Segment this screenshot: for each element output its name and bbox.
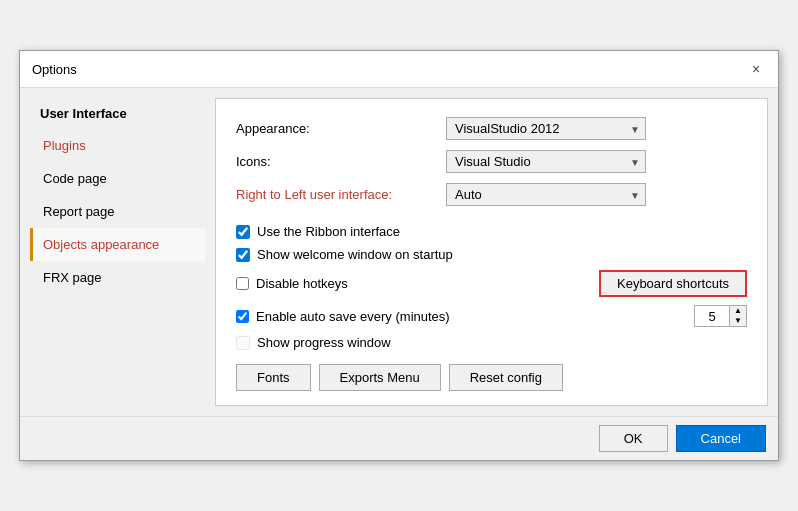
reset-config-button[interactable]: Reset config — [449, 364, 563, 391]
title-bar: Options × — [20, 51, 778, 88]
sidebar: User Interface Plugins Code page Report … — [30, 98, 205, 406]
rtl-label: Right to Left user interface: — [236, 187, 446, 202]
rtl-select[interactable]: Auto Yes No — [446, 183, 646, 206]
spinner-up-button[interactable]: ▲ — [730, 306, 746, 316]
autosave-checkbox[interactable] — [236, 310, 249, 323]
appearance-label: Appearance: — [236, 121, 446, 136]
sidebar-item-plugins[interactable]: Plugins — [30, 129, 205, 162]
disable-hotkeys-checkbox[interactable] — [236, 277, 249, 290]
autosave-input[interactable] — [694, 305, 730, 327]
ok-button[interactable]: OK — [599, 425, 668, 452]
show-welcome-checkbox[interactable] — [236, 248, 250, 262]
spinner-btn-group: ▲ ▼ — [730, 305, 747, 327]
appearance-select-wrapper: VisualStudio 2012 Office 2013 Office 201… — [446, 117, 646, 140]
autosave-row: Enable auto save every (minutes) ▲ ▼ — [236, 305, 747, 327]
show-welcome-label: Show welcome window on startup — [257, 247, 453, 262]
sidebar-item-code-page[interactable]: Code page — [30, 162, 205, 195]
show-welcome-row: Show welcome window on startup — [236, 247, 747, 262]
appearance-select[interactable]: VisualStudio 2012 Office 2013 Office 201… — [446, 117, 646, 140]
disable-hotkeys-label: Disable hotkeys — [256, 276, 348, 291]
show-progress-row: Show progress window — [236, 335, 747, 350]
show-progress-checkbox — [236, 336, 250, 350]
appearance-row: Appearance: VisualStudio 2012 Office 201… — [236, 117, 747, 140]
icons-select[interactable]: Visual Studio Office Default — [446, 150, 646, 173]
autosave-label: Enable auto save every (minutes) — [256, 309, 450, 324]
icons-select-wrapper: Visual Studio Office Default ▼ — [446, 150, 646, 173]
rtl-row: Right to Left user interface: Auto Yes N… — [236, 183, 747, 206]
spinner-down-button[interactable]: ▼ — [730, 316, 746, 326]
content-area: Appearance: VisualStudio 2012 Office 201… — [215, 98, 768, 406]
dialog-footer: OK Cancel — [20, 416, 778, 460]
icons-label: Icons: — [236, 154, 446, 169]
sidebar-title: User Interface — [30, 98, 205, 129]
exports-menu-button[interactable]: Exports Menu — [319, 364, 441, 391]
autosave-spinner: ▲ ▼ — [694, 305, 747, 327]
use-ribbon-checkbox[interactable] — [236, 225, 250, 239]
show-progress-label: Show progress window — [257, 335, 391, 350]
rtl-select-wrapper: Auto Yes No ▼ — [446, 183, 646, 206]
hotkeys-keyboard-row: Disable hotkeys Keyboard shortcuts — [236, 270, 747, 297]
dialog-body: User Interface Plugins Code page Report … — [20, 88, 778, 416]
icons-row: Icons: Visual Studio Office Default ▼ — [236, 150, 747, 173]
fonts-button[interactable]: Fonts — [236, 364, 311, 391]
keyboard-shortcuts-button[interactable]: Keyboard shortcuts — [599, 270, 747, 297]
sidebar-item-report-page[interactable]: Report page — [30, 195, 205, 228]
cancel-button[interactable]: Cancel — [676, 425, 766, 452]
dialog-title: Options — [32, 62, 77, 77]
bottom-buttons: Fonts Exports Menu Reset config — [236, 364, 747, 391]
sidebar-item-frx-page[interactable]: FRX page — [30, 261, 205, 294]
options-dialog: Options × User Interface Plugins Code pa… — [19, 50, 779, 461]
sidebar-item-objects-appearance[interactable]: Objects appearance — [30, 228, 205, 261]
use-ribbon-label: Use the Ribbon interface — [257, 224, 400, 239]
use-ribbon-row: Use the Ribbon interface — [236, 224, 747, 239]
close-button[interactable]: × — [746, 59, 766, 79]
